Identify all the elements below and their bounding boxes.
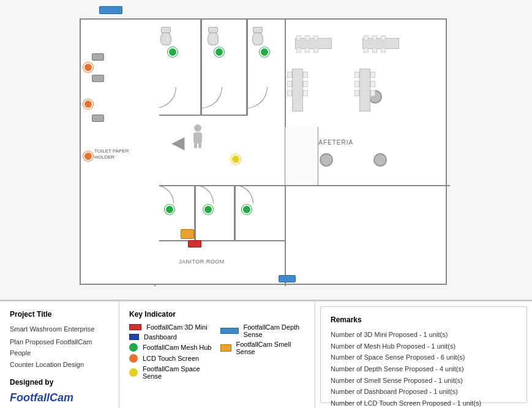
toilet-stall-1 (160, 32, 171, 45)
sensor-space-sense-1 (168, 47, 178, 57)
project-subtitle: Plan Proposed FootfallCam PeopleCounter … (10, 336, 109, 371)
key-indicator-title: Key Indicator (129, 310, 305, 319)
key-3d-mini: FootfallCam 3D Mini (129, 323, 214, 331)
svg-rect-1 (193, 132, 202, 143)
cafeteria-label: CAFETERIA (313, 139, 353, 146)
lcd-touch-screen (181, 229, 194, 239)
sensor-smell (231, 154, 241, 164)
key-mesh-hub-label: Dashboard (144, 333, 177, 341)
remarks-title: Remarks (331, 315, 517, 324)
sensor-space-sense-3 (260, 47, 269, 57)
project-section: Project Title Smart Washroom Enterprise … (0, 301, 119, 408)
key-smell-sense-label: FootfallCam Space Sense (143, 365, 214, 380)
project-title: Smart Washroom Enterprise (10, 323, 109, 335)
left-panel: TOILET PAPERHOLDER (80, 18, 159, 285)
key-mesh-hub: Dashboard (129, 333, 214, 341)
key-depth-sense-icon (129, 354, 138, 363)
sensor-space-sense-5 (203, 205, 213, 214)
tp-sensor (83, 151, 93, 161)
key-lcd-label: FootfallCam Smell Sense (236, 341, 305, 355)
key-dashboard: FootfallCam Depth Sense (220, 323, 305, 338)
depth-sense-left-2 (83, 99, 93, 109)
toilet-stall-2 (208, 32, 219, 45)
remark-7: Number of LCD Touch Screen Proposed - 1 … (331, 398, 517, 408)
key-lcd-icon (220, 344, 231, 352)
remark-5: Number of Smell Sense Proposed - 1 unit(… (331, 375, 517, 387)
mesh-hub-device (279, 275, 296, 282)
key-space-sense-label: FootfallCam Mesh Hub (143, 344, 212, 351)
remark-6: Number of Dashboard Proposed - 1 unit(s) (331, 386, 517, 398)
key-space-sense-icon (129, 343, 138, 352)
3d-mini-device (188, 240, 201, 247)
key-space-sense: FootfallCam Mesh Hub (129, 343, 214, 352)
sensor-space-sense-6 (242, 205, 252, 214)
depth-sense-left-1 (83, 62, 93, 72)
svg-rect-2 (194, 142, 197, 148)
remark-4: Number of Depth Sense Proposed - 4 unit(… (331, 363, 517, 375)
key-depth-sense-label: LCD Touch Screen (143, 355, 199, 362)
remark-1: Number of 3D Mini Proposed - 1 unit(s) (331, 329, 517, 341)
dashboard-device (99, 6, 122, 14)
remark-3: Number of Space Sense Proposed - 6 unit(… (331, 352, 517, 363)
svg-point-0 (194, 124, 201, 132)
key-depth-sense: LCD Touch Screen (129, 354, 214, 363)
key-smell-sense-icon (129, 368, 138, 377)
key-dashboard-icon (220, 328, 239, 334)
floorplan-area: CAFETERIA (0, 0, 532, 300)
sensor-space-sense-4 (165, 205, 174, 214)
sensor-space-sense-2 (214, 47, 224, 57)
designed-by: FootfallCam (10, 391, 109, 404)
info-panel: Project Title Smart Washroom Enterprise … (0, 300, 532, 408)
janitor-room-label: JANITOR ROOM (179, 259, 225, 265)
key-mesh-hub-icon (129, 334, 139, 340)
remark-2: Number of Mesh Hub Proposed - 1 unit(s) (331, 341, 517, 352)
key-dashboard-label: FootfallCam Depth Sense (244, 323, 305, 338)
toilet-stall-3 (252, 32, 263, 45)
key-lcd: FootfallCam Smell Sense (220, 341, 305, 355)
key-indicator-section: Key Indicator FootfallCam 3D Mini Dashbo… (119, 301, 315, 408)
key-3d-mini-label: FootfallCam 3D Mini (146, 323, 208, 331)
svg-rect-3 (198, 142, 201, 148)
key-smell-sense: FootfallCam Space Sense (129, 365, 214, 380)
remarks-section: Remarks Number of 3D Mini Proposed - 1 u… (320, 306, 527, 403)
key-3d-mini-icon (129, 324, 141, 330)
designed-by-label: Designed by (10, 378, 109, 387)
project-title-label: Project Title (10, 310, 109, 319)
person-icon: ◀ (171, 124, 206, 153)
